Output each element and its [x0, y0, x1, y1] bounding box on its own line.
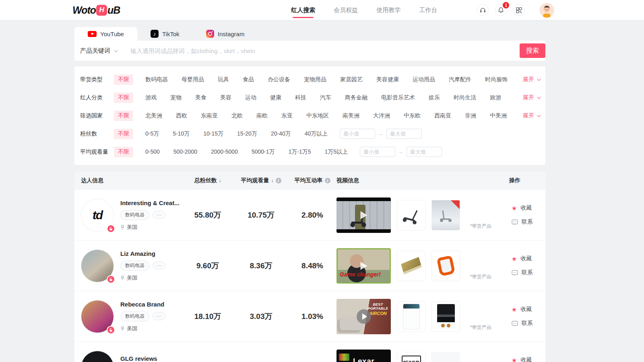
nav-item-influencer-search[interactable]: 红人搜索: [291, 0, 315, 20]
filter-option[interactable]: 汽车: [320, 94, 331, 101]
influencer-avatar[interactable]: td: [81, 199, 114, 232]
product-thumbnail[interactable]: [431, 200, 460, 230]
product-thumbnail[interactable]: [431, 352, 460, 362]
nav-item-tutorials[interactable]: 使用教学: [376, 0, 400, 20]
filter-option[interactable]: 5000-1万: [252, 148, 275, 156]
qr-code-button[interactable]: [513, 4, 525, 16]
filter-option[interactable]: 美容: [220, 94, 231, 101]
filter-option[interactable]: 10-15万: [203, 130, 223, 138]
filter-option[interactable]: 中东欧: [404, 112, 421, 119]
min-value-input[interactable]: [340, 129, 375, 139]
filter-option[interactable]: 办公设备: [268, 76, 290, 83]
filter-option[interactable]: 美容健康: [376, 76, 399, 83]
sort-desc-icon[interactable]: ↓: [271, 178, 274, 183]
filter-option[interactable]: 500-2000: [173, 148, 197, 156]
max-value-input[interactable]: [386, 129, 422, 139]
filter-option[interactable]: 宠物用品: [304, 76, 326, 83]
header-followers[interactable]: 总粉丝数↓: [182, 177, 234, 184]
filter-selected-unlimited[interactable]: 不限: [114, 147, 133, 157]
tab-tiktok[interactable]: TikTok: [137, 27, 193, 41]
keyword-type-select[interactable]: 产品关键词: [80, 47, 122, 55]
filter-option[interactable]: 健康: [270, 94, 281, 101]
filter-selected-unlimited[interactable]: 不限: [114, 111, 133, 121]
filter-option[interactable]: 15-20万: [237, 130, 257, 138]
support-button[interactable]: [477, 4, 489, 16]
filter-option[interactable]: 南欧: [256, 112, 268, 119]
influencer-name[interactable]: GLG reviews: [120, 355, 165, 362]
product-thumbnail[interactable]: [397, 200, 425, 230]
influencer-name[interactable]: Interesting & Creat...: [120, 200, 180, 206]
favorite-button[interactable]: 收藏: [512, 204, 540, 212]
influencer-name[interactable]: Liz Amazing: [120, 250, 165, 257]
filter-option[interactable]: 运动用品: [413, 76, 435, 83]
more-tags-button[interactable]: ···: [153, 261, 165, 269]
filter-option[interactable]: 食品: [243, 76, 254, 83]
header-avg-views[interactable]: 平均观看量↓: [234, 177, 288, 184]
filter-option[interactable]: 2000-5000: [211, 148, 238, 156]
filter-option[interactable]: 家居园艺: [340, 76, 363, 83]
filter-option[interactable]: 电影音乐艺术: [381, 94, 415, 101]
filter-option[interactable]: 运动: [245, 94, 256, 101]
filter-option[interactable]: 汽摩配件: [449, 76, 471, 83]
filter-option[interactable]: 旅游: [490, 94, 501, 101]
filter-option[interactable]: 西欧: [176, 112, 187, 119]
filter-option[interactable]: 商务金融: [345, 94, 367, 101]
filter-option[interactable]: 5-10万: [173, 130, 190, 138]
info-icon[interactable]: [325, 178, 330, 183]
filter-option[interactable]: 0-500: [145, 148, 160, 156]
filter-option[interactable]: 宠物: [170, 94, 182, 101]
favorite-button[interactable]: 收藏: [512, 255, 540, 262]
expand-button[interactable]: 展开: [523, 94, 540, 101]
sort-desc-icon[interactable]: ↓: [219, 178, 221, 183]
notifications-button[interactable]: 1: [495, 4, 507, 16]
filter-option[interactable]: 大洋洲: [373, 112, 390, 119]
filter-option[interactable]: 数码电器: [145, 76, 168, 83]
contact-button[interactable]: 联系: [512, 218, 540, 226]
filter-option[interactable]: 中美洲: [490, 112, 507, 119]
nav-item-workspace[interactable]: 工作台: [419, 0, 437, 20]
filter-selected-unlimited[interactable]: 不限: [114, 74, 133, 85]
expand-button[interactable]: 展开: [523, 76, 540, 83]
filter-option[interactable]: 美食: [195, 94, 206, 101]
influencer-avatar[interactable]: [81, 249, 114, 282]
product-thumbnail[interactable]: [397, 251, 425, 281]
video-thumbnail[interactable]: Game changer!: [336, 248, 391, 284]
max-value-input[interactable]: [407, 147, 442, 157]
more-tags-button[interactable]: ···: [153, 312, 165, 320]
filter-option[interactable]: 娱乐: [429, 94, 440, 101]
video-thumbnail[interactable]: [336, 197, 391, 233]
more-tags-button[interactable]: ···: [153, 211, 165, 219]
filter-option[interactable]: 时尚服饰: [485, 76, 508, 83]
product-thumbnail[interactable]: [397, 301, 425, 332]
filter-option[interactable]: 游戏: [145, 94, 157, 101]
filter-selected-unlimited[interactable]: 不限: [114, 93, 133, 103]
product-thumbnail[interactable]: [431, 251, 460, 281]
brand-logo[interactable]: Woto H uB: [72, 4, 120, 16]
tab-instagram[interactable]: Instagram: [193, 27, 258, 41]
filter-option[interactable]: 0-5万: [145, 130, 159, 138]
filter-option[interactable]: 北美洲: [145, 112, 162, 119]
favorite-button[interactable]: 收藏: [512, 356, 540, 362]
filter-option[interactable]: 科技: [295, 94, 306, 101]
influencer-avatar[interactable]: GG: [81, 351, 114, 362]
tab-youtube[interactable]: YouTube: [74, 27, 137, 41]
filter-option[interactable]: 东南亚: [201, 112, 218, 119]
contact-button[interactable]: 联系: [512, 320, 540, 327]
product-thumbnail[interactable]: [431, 301, 460, 332]
filter-option[interactable]: 玩具: [218, 76, 229, 83]
favorite-button[interactable]: 收藏: [512, 306, 540, 313]
contact-button[interactable]: 联系: [512, 269, 540, 276]
search-button[interactable]: 搜索: [520, 43, 545, 58]
search-input[interactable]: [122, 47, 520, 54]
filter-option[interactable]: 东亚: [281, 112, 293, 119]
filter-option[interactable]: 非洲: [465, 112, 476, 119]
product-thumbnail[interactable]: 256GB 120MB/s: [397, 352, 425, 362]
video-thumbnail[interactable]: BEST PORTABLE AIRCON: [336, 299, 391, 334]
expand-button[interactable]: 展开: [523, 112, 540, 119]
filter-option[interactable]: 北欧: [231, 112, 243, 119]
filter-option[interactable]: 40万以上: [305, 130, 328, 138]
filter-option[interactable]: 20-40万: [271, 130, 291, 138]
filter-option[interactable]: 南美洲: [343, 112, 359, 119]
filter-option[interactable]: 时尚生活: [454, 94, 476, 101]
min-value-input[interactable]: [360, 147, 395, 157]
